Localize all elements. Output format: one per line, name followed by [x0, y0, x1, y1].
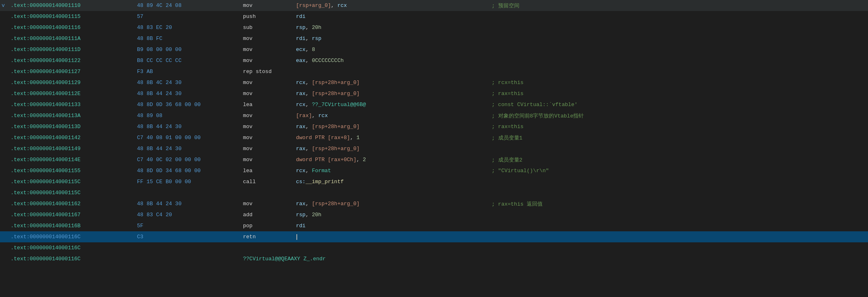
disasm-row[interactable]: .text:000000014000114EC7 40 0C 02 00 00 …	[0, 154, 868, 165]
address: .text:0000000140001122	[11, 58, 137, 64]
mnemonic: mov	[243, 113, 296, 119]
disasm-row[interactable]: .text:000000014000112948 8B 4C 24 30movr…	[0, 77, 868, 88]
address: .text:0000000140001129	[11, 80, 137, 86]
operands: rax, [rsp+28h+arg_0]	[296, 146, 492, 152]
operands: rsp, 20h	[296, 24, 492, 31]
operands: rax, [rsp+28h+arg_0]	[296, 201, 492, 207]
address: .text:000000014000111D	[11, 47, 137, 53]
address: .text:000000014000115C	[11, 179, 137, 185]
hex-bytes: 48 8B 44 24 30	[137, 146, 243, 152]
comment: ; 对象的空间前8字节放的Vtable指针	[492, 112, 866, 120]
hex-bytes: B8 CC CC CC CC	[137, 58, 243, 64]
operands: ecx, 8	[296, 47, 492, 53]
mnemonic: mov	[243, 201, 296, 207]
disasm-row[interactable]: .text:000000014000116748 83 C4 20addrsp,…	[0, 209, 868, 220]
mnemonic: call	[243, 179, 296, 185]
address: .text:0000000140001162	[11, 201, 137, 207]
operands: [rsp+arg_0], rcx	[296, 2, 492, 9]
disasm-row[interactable]: .text:000000014000114948 8B 44 24 30movr…	[0, 143, 868, 154]
disassembly-view[interactable]: v.text:000000014000111048 89 4C 24 08mov…	[0, 0, 868, 297]
disasm-row[interactable]: .text:0000000140001122B8 CC CC CC CCmove…	[0, 55, 868, 66]
comment: ; const CVirtual::`vftable'	[492, 102, 866, 108]
mnemonic: mov	[243, 91, 296, 97]
mnemonic: rep stosd	[243, 69, 296, 75]
hex-bytes: 48 8B 44 24 30	[137, 91, 243, 97]
address: .text:000000014000112E	[11, 91, 137, 97]
hex-bytes: 48 8B 4C 24 30	[137, 80, 243, 86]
operands: rcx, ??_7CVirtual@@6B@	[296, 102, 492, 108]
disasm-row[interactable]: .text:000000014000115548 8D 0D 34 68 00 …	[0, 165, 868, 176]
disasm-row[interactable]: .text:000000014000115CFF 15 CE B0 00 00c…	[0, 176, 868, 187]
disasm-row[interactable]: .text:000000014000116CC3retn	[0, 231, 868, 242]
comment: ; 成员变量2	[492, 156, 866, 164]
operands: cs:__imp_printf	[296, 179, 492, 185]
address: .text:0000000140001110	[11, 2, 137, 9]
hex-bytes: C3	[137, 234, 243, 240]
mnemonic: mov	[243, 135, 296, 141]
address: .text:0000000140001149	[11, 146, 137, 152]
address: .text:000000014000115C	[11, 190, 137, 196]
disasm-row[interactable]: .text:000000014000111DB9 08 00 00 00move…	[0, 44, 868, 55]
mnemonic: retn	[243, 234, 296, 240]
address: .text:0000000140001116	[11, 24, 137, 31]
mnemonic: mov	[243, 47, 296, 53]
address: .text:0000000140001167	[11, 212, 137, 218]
comment: ; rax=this	[492, 124, 866, 130]
operands: eax, 0CCCCCCCCh	[296, 58, 492, 64]
hex-bytes: 48 83 C4 20	[137, 212, 243, 218]
comment: ; rax=this 返回值	[492, 200, 866, 208]
disasm-row[interactable]: .text:000000014000116B5Fpoprdi	[0, 220, 868, 231]
hex-bytes: 48 8D 0D 34 68 00 00	[137, 168, 243, 174]
comment: ; 预留空间	[492, 2, 866, 9]
disasm-row[interactable]: .text:000000014000113D48 8B 44 24 30movr…	[0, 121, 868, 132]
mnemonic: sub	[243, 24, 296, 31]
disasm-row[interactable]: .text:000000014000116C??CVirtual@@QEAAXY…	[0, 253, 868, 264]
mnemonic: mov	[243, 2, 296, 9]
hex-bytes: FF 15 CE B0 00 00	[137, 179, 243, 185]
arrow-icon: v	[2, 2, 11, 9]
hex-bytes: 57	[137, 13, 243, 20]
operands: rax, [rsp+28h+arg_0]	[296, 91, 492, 97]
mnemonic: mov	[243, 124, 296, 130]
operands: rdi	[296, 13, 492, 20]
disasm-row[interactable]: .text:0000000140001142C7 40 08 01 00 00 …	[0, 132, 868, 143]
disasm-row[interactable]: .text:000000014000111557pushrdi	[0, 11, 868, 22]
disasm-row[interactable]: .text:000000014000111A48 8B FCmovrdi, rs…	[0, 33, 868, 44]
address: .text:000000014000113D	[11, 124, 137, 130]
address: .text:0000000140001142	[11, 135, 137, 141]
mnemonic: push	[243, 13, 296, 20]
address: .text:000000014000113A	[11, 113, 137, 119]
address: .text:0000000140001115	[11, 13, 137, 20]
mnemonic: mov	[243, 58, 296, 64]
address: .text:0000000140001155	[11, 168, 137, 174]
hex-bytes: C7 40 0C 02 00 00 00	[137, 157, 243, 163]
address: .text:000000014000116C	[11, 234, 137, 240]
operands: rax, [rsp+28h+arg_0]	[296, 124, 492, 130]
address: .text:000000014000111A	[11, 35, 137, 42]
disasm-row[interactable]: .text:0000000140001127F3 ABrep stosd	[0, 66, 868, 77]
disasm-row[interactable]: .text:000000014000111648 83 EC 20subrsp,…	[0, 22, 868, 33]
disasm-row[interactable]: .text:000000014000115C	[0, 187, 868, 198]
disasm-row[interactable]: .text:000000014000116C	[0, 242, 868, 253]
hex-bytes: B9 08 00 00 00	[137, 47, 243, 53]
comment: ; rax=this	[492, 91, 866, 97]
disasm-row[interactable]: .text:000000014000113A48 89 08mov[rax], …	[0, 110, 868, 121]
disasm-row[interactable]: .text:000000014000116248 8B 44 24 30movr…	[0, 198, 868, 209]
disasm-row[interactable]: v.text:000000014000111048 89 4C 24 08mov…	[0, 0, 868, 11]
comment: ; "CVirtual()\r\n"	[492, 168, 866, 174]
hex-bytes: 5F	[137, 223, 243, 229]
hex-bytes: 48 89 4C 24 08	[137, 2, 243, 9]
operands: dword PTR [rax+0Ch], 2	[296, 157, 492, 163]
operands: rdi	[296, 223, 492, 229]
operands: rcx, [rsp+28h+arg_0]	[296, 80, 492, 86]
text-cursor	[296, 234, 297, 240]
address: .text:000000014000116B	[11, 223, 137, 229]
disasm-row[interactable]: .text:000000014000113348 8D 0D 36 68 00 …	[0, 99, 868, 110]
hex-bytes: 48 89 08	[137, 113, 243, 119]
mnemonic: lea	[243, 102, 296, 108]
operands	[296, 234, 492, 240]
mnemonic: pop	[243, 223, 296, 229]
address: .text:000000014000116C	[11, 256, 137, 262]
disasm-row[interactable]: .text:000000014000112E48 8B 44 24 30movr…	[0, 88, 868, 99]
address: .text:0000000140001127	[11, 69, 137, 75]
